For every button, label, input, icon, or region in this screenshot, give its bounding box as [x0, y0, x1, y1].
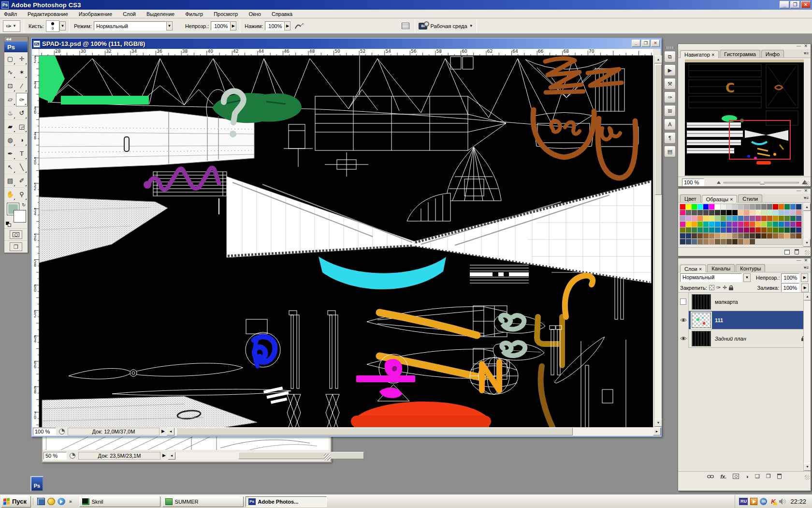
doc-maximize-button[interactable]: ❐ [641, 40, 650, 47]
tool-type[interactable]: T [16, 147, 28, 161]
layer-thumbnail[interactable] [692, 313, 711, 328]
panel-minimize-icon[interactable]: — [797, 189, 801, 193]
adjustment-layer-icon[interactable]: ◑ [745, 474, 749, 479]
color-swatch[interactable] [784, 216, 790, 221]
color-swatch[interactable] [784, 233, 790, 239]
tray-player-icon[interactable] [750, 498, 757, 505]
swatches-tab-Стили[interactable]: Стили [738, 194, 762, 202]
panel-resize-grip[interactable] [805, 475, 810, 480]
color-swatch[interactable] [692, 204, 697, 209]
color-swatch[interactable] [726, 222, 732, 227]
color-swatch[interactable] [715, 233, 720, 239]
doc-close-button[interactable]: ✕ [651, 40, 660, 47]
lock-transparency-icon[interactable] [709, 285, 714, 290]
color-swatch[interactable] [732, 210, 738, 215]
dock-paragraph-icon[interactable]: ¶ [664, 132, 676, 144]
color-swatch[interactable] [761, 216, 767, 221]
color-swatch[interactable] [732, 227, 738, 233]
color-swatch[interactable] [761, 233, 767, 239]
language-indicator[interactable]: RU [739, 498, 748, 505]
airbrush-icon[interactable] [294, 22, 304, 30]
color-swatch[interactable] [721, 239, 726, 244]
color-swatch[interactable] [773, 222, 778, 227]
swatches-tab-Цвет[interactable]: Цвет [680, 194, 701, 202]
flow-slider-arrow[interactable]: ▶ [284, 21, 290, 30]
navigator-zoom-field[interactable]: 100 % [682, 179, 704, 186]
layers-tab-Контуры[interactable]: Контуры [736, 264, 765, 272]
tool-clone-stamp[interactable]: ♨ [4, 106, 16, 120]
tool-dodge[interactable]: ◑ [16, 134, 28, 147]
color-swatch[interactable] [744, 233, 749, 239]
tool-hand[interactable]: ✋ [4, 188, 16, 201]
panel-resize-grip[interactable] [805, 181, 810, 186]
doc-minimize-button[interactable]: _ [632, 40, 640, 47]
minimize-button[interactable]: _ [780, 1, 789, 8]
color-swatch[interactable] [686, 222, 691, 227]
brush-preview[interactable]: 9 [46, 20, 59, 32]
color-swatch[interactable] [744, 216, 749, 221]
color-swatch[interactable] [697, 239, 703, 244]
color-swatch[interactable] [744, 204, 749, 209]
color-swatch[interactable] [761, 222, 767, 227]
color-swatch[interactable] [790, 227, 796, 233]
color-swatch[interactable] [680, 227, 685, 233]
quick-mask-button[interactable] [10, 230, 22, 239]
color-swatch[interactable] [686, 233, 691, 239]
scroll-left-icon[interactable]: ◄ [167, 428, 174, 435]
color-swatch[interactable] [750, 210, 755, 215]
color-swatch[interactable] [709, 222, 714, 227]
scroll-down-icon[interactable]: ▼ [654, 419, 662, 427]
default-colors-icon[interactable] [6, 222, 12, 227]
color-swatch[interactable] [726, 216, 732, 221]
menu-item-Просмотр[interactable]: Просмотр [214, 11, 238, 17]
color-swatch[interactable] [703, 204, 709, 209]
color-swatch[interactable] [767, 233, 772, 239]
navigator-zoom-slider[interactable] [724, 179, 799, 186]
brush-dropdown-arrow[interactable]: ▼ [59, 21, 66, 30]
task-button-Sknil[interactable]: Sknil [79, 496, 160, 507]
panel-menu-icon[interactable]: ▾≡ [804, 195, 809, 200]
dock-info-well-icon[interactable]: ▤ [664, 146, 676, 157]
menu-item-Редактирование[interactable]: Редактирование [28, 11, 68, 17]
panel-minimize-icon[interactable]: — [797, 44, 801, 48]
color-swatch[interactable] [790, 222, 796, 227]
visibility-eye-icon[interactable] [678, 311, 689, 329]
tool-blur[interactable]: ◍ [4, 134, 16, 147]
color-swatch[interactable] [738, 216, 743, 221]
start-button[interactable]: Пуск [1, 496, 31, 508]
color-swatch[interactable] [755, 233, 761, 239]
doc-vscrollbar[interactable]: ▲ ▼ [654, 56, 662, 427]
color-swatch[interactable] [715, 210, 720, 215]
layer-row-111[interactable]: 111 [678, 311, 811, 329]
tool-move[interactable]: ✛ [16, 52, 28, 66]
color-swatch[interactable] [784, 222, 790, 227]
opacity-field[interactable]: 100% [211, 21, 230, 30]
zoom-out-mountain-icon[interactable] [717, 181, 721, 184]
color-swatch[interactable] [703, 239, 709, 244]
color-swatch[interactable] [703, 233, 709, 239]
color-swatch[interactable] [726, 204, 732, 209]
color-swatch[interactable] [773, 216, 778, 221]
color-swatch[interactable] [779, 210, 784, 215]
color-swatch[interactable] [715, 216, 720, 221]
color-swatch[interactable] [738, 210, 743, 215]
scroll-up-icon[interactable]: ▲ [654, 56, 662, 63]
color-swatch[interactable] [703, 210, 709, 215]
horizontal-ruler[interactable]: 2830323436384042444648505254565860626466… [39, 49, 653, 56]
color-swatch[interactable] [755, 216, 761, 221]
tool-eraser[interactable]: ▰ [4, 120, 16, 134]
tool-brush[interactable]: ✑ [16, 93, 28, 106]
color-swatch[interactable] [686, 216, 691, 221]
tool-pen[interactable]: ✒ [4, 147, 16, 161]
tool-lasso[interactable]: ∿ [4, 66, 16, 79]
layer-blend-mode-select[interactable]: Нормальный [680, 273, 742, 282]
dock-grip[interactable] [666, 46, 674, 49]
color-swatch[interactable] [721, 210, 726, 215]
color-swatch[interactable] [750, 233, 755, 239]
doc2-hscrollbar[interactable] [175, 452, 331, 460]
color-swatch[interactable] [703, 227, 709, 233]
doc-status-flyout[interactable]: ▶ [160, 428, 167, 435]
layer-thumbnail[interactable] [692, 331, 711, 346]
tool-crop[interactable]: ⊡ [4, 79, 16, 93]
color-swatch[interactable] [779, 233, 784, 239]
